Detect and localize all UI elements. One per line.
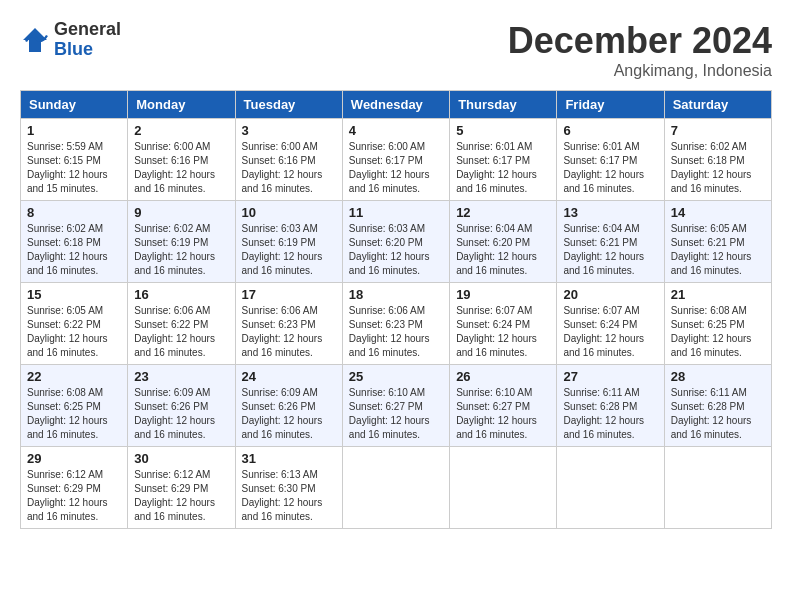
day-info: Sunrise: 6:02 AM Sunset: 6:18 PM Dayligh…: [671, 140, 765, 196]
month-title: December 2024: [508, 20, 772, 62]
day-number: 19: [456, 287, 550, 302]
logo-text: General Blue: [54, 20, 121, 60]
location: Angkimang, Indonesia: [508, 62, 772, 80]
day-info: Sunrise: 6:10 AM Sunset: 6:27 PM Dayligh…: [456, 386, 550, 442]
day-info: Sunrise: 6:09 AM Sunset: 6:26 PM Dayligh…: [134, 386, 228, 442]
day-number: 18: [349, 287, 443, 302]
day-number: 8: [27, 205, 121, 220]
day-info: Sunrise: 6:01 AM Sunset: 6:17 PM Dayligh…: [456, 140, 550, 196]
day-number: 22: [27, 369, 121, 384]
logo: General Blue: [20, 20, 121, 60]
day-info: Sunrise: 6:02 AM Sunset: 6:18 PM Dayligh…: [27, 222, 121, 278]
calendar-cell: 10 Sunrise: 6:03 AM Sunset: 6:19 PM Dayl…: [235, 201, 342, 283]
calendar-cell: 16 Sunrise: 6:06 AM Sunset: 6:22 PM Dayl…: [128, 283, 235, 365]
day-number: 2: [134, 123, 228, 138]
logo-general: General: [54, 19, 121, 39]
column-header-wednesday: Wednesday: [342, 91, 449, 119]
calendar-cell: [342, 447, 449, 529]
day-info: Sunrise: 6:08 AM Sunset: 6:25 PM Dayligh…: [671, 304, 765, 360]
day-info: Sunrise: 6:04 AM Sunset: 6:20 PM Dayligh…: [456, 222, 550, 278]
calendar-cell: 21 Sunrise: 6:08 AM Sunset: 6:25 PM Dayl…: [664, 283, 771, 365]
day-number: 28: [671, 369, 765, 384]
day-info: Sunrise: 6:10 AM Sunset: 6:27 PM Dayligh…: [349, 386, 443, 442]
calendar-cell: 12 Sunrise: 6:04 AM Sunset: 6:20 PM Dayl…: [450, 201, 557, 283]
logo-blue: Blue: [54, 39, 93, 59]
day-number: 9: [134, 205, 228, 220]
calendar-cell: 19 Sunrise: 6:07 AM Sunset: 6:24 PM Dayl…: [450, 283, 557, 365]
day-info: Sunrise: 6:00 AM Sunset: 6:16 PM Dayligh…: [242, 140, 336, 196]
day-info: Sunrise: 6:02 AM Sunset: 6:19 PM Dayligh…: [134, 222, 228, 278]
day-number: 30: [134, 451, 228, 466]
calendar-cell: 7 Sunrise: 6:02 AM Sunset: 6:18 PM Dayli…: [664, 119, 771, 201]
calendar-cell: 9 Sunrise: 6:02 AM Sunset: 6:19 PM Dayli…: [128, 201, 235, 283]
calendar-cell: 28 Sunrise: 6:11 AM Sunset: 6:28 PM Dayl…: [664, 365, 771, 447]
calendar-cell: 22 Sunrise: 6:08 AM Sunset: 6:25 PM Dayl…: [21, 365, 128, 447]
day-info: Sunrise: 6:09 AM Sunset: 6:26 PM Dayligh…: [242, 386, 336, 442]
calendar-cell: 20 Sunrise: 6:07 AM Sunset: 6:24 PM Dayl…: [557, 283, 664, 365]
calendar-cell: 26 Sunrise: 6:10 AM Sunset: 6:27 PM Dayl…: [450, 365, 557, 447]
calendar-cell: [450, 447, 557, 529]
calendar-cell: 18 Sunrise: 6:06 AM Sunset: 6:23 PM Dayl…: [342, 283, 449, 365]
column-header-tuesday: Tuesday: [235, 91, 342, 119]
calendar-cell: 24 Sunrise: 6:09 AM Sunset: 6:26 PM Dayl…: [235, 365, 342, 447]
day-info: Sunrise: 6:11 AM Sunset: 6:28 PM Dayligh…: [563, 386, 657, 442]
day-number: 7: [671, 123, 765, 138]
day-info: Sunrise: 6:04 AM Sunset: 6:21 PM Dayligh…: [563, 222, 657, 278]
day-info: Sunrise: 6:03 AM Sunset: 6:19 PM Dayligh…: [242, 222, 336, 278]
day-info: Sunrise: 6:13 AM Sunset: 6:30 PM Dayligh…: [242, 468, 336, 524]
calendar-cell: 5 Sunrise: 6:01 AM Sunset: 6:17 PM Dayli…: [450, 119, 557, 201]
calendar-cell: 25 Sunrise: 6:10 AM Sunset: 6:27 PM Dayl…: [342, 365, 449, 447]
day-number: 24: [242, 369, 336, 384]
calendar-cell: [557, 447, 664, 529]
day-number: 26: [456, 369, 550, 384]
day-number: 13: [563, 205, 657, 220]
day-number: 10: [242, 205, 336, 220]
day-info: Sunrise: 6:08 AM Sunset: 6:25 PM Dayligh…: [27, 386, 121, 442]
calendar-cell: 30 Sunrise: 6:12 AM Sunset: 6:29 PM Dayl…: [128, 447, 235, 529]
day-info: Sunrise: 6:06 AM Sunset: 6:23 PM Dayligh…: [349, 304, 443, 360]
day-number: 27: [563, 369, 657, 384]
day-number: 4: [349, 123, 443, 138]
day-number: 31: [242, 451, 336, 466]
day-number: 5: [456, 123, 550, 138]
logo-icon: [20, 25, 50, 55]
day-info: Sunrise: 6:06 AM Sunset: 6:22 PM Dayligh…: [134, 304, 228, 360]
calendar-cell: 17 Sunrise: 6:06 AM Sunset: 6:23 PM Dayl…: [235, 283, 342, 365]
day-number: 20: [563, 287, 657, 302]
calendar-cell: 6 Sunrise: 6:01 AM Sunset: 6:17 PM Dayli…: [557, 119, 664, 201]
calendar-cell: [664, 447, 771, 529]
calendar-cell: 23 Sunrise: 6:09 AM Sunset: 6:26 PM Dayl…: [128, 365, 235, 447]
page-header: General Blue December 2024 Angkimang, In…: [20, 20, 772, 80]
calendar-cell: 27 Sunrise: 6:11 AM Sunset: 6:28 PM Dayl…: [557, 365, 664, 447]
calendar-cell: 3 Sunrise: 6:00 AM Sunset: 6:16 PM Dayli…: [235, 119, 342, 201]
day-number: 14: [671, 205, 765, 220]
calendar-cell: 11 Sunrise: 6:03 AM Sunset: 6:20 PM Dayl…: [342, 201, 449, 283]
day-info: Sunrise: 6:01 AM Sunset: 6:17 PM Dayligh…: [563, 140, 657, 196]
day-info: Sunrise: 6:00 AM Sunset: 6:17 PM Dayligh…: [349, 140, 443, 196]
day-number: 12: [456, 205, 550, 220]
day-info: Sunrise: 6:00 AM Sunset: 6:16 PM Dayligh…: [134, 140, 228, 196]
day-number: 29: [27, 451, 121, 466]
day-number: 15: [27, 287, 121, 302]
calendar-cell: 8 Sunrise: 6:02 AM Sunset: 6:18 PM Dayli…: [21, 201, 128, 283]
column-header-saturday: Saturday: [664, 91, 771, 119]
calendar-cell: 13 Sunrise: 6:04 AM Sunset: 6:21 PM Dayl…: [557, 201, 664, 283]
day-number: 23: [134, 369, 228, 384]
day-info: Sunrise: 6:03 AM Sunset: 6:20 PM Dayligh…: [349, 222, 443, 278]
day-number: 16: [134, 287, 228, 302]
day-number: 25: [349, 369, 443, 384]
column-header-thursday: Thursday: [450, 91, 557, 119]
day-info: Sunrise: 6:07 AM Sunset: 6:24 PM Dayligh…: [563, 304, 657, 360]
day-number: 1: [27, 123, 121, 138]
day-number: 21: [671, 287, 765, 302]
calendar-cell: 29 Sunrise: 6:12 AM Sunset: 6:29 PM Dayl…: [21, 447, 128, 529]
day-info: Sunrise: 6:05 AM Sunset: 6:22 PM Dayligh…: [27, 304, 121, 360]
day-info: Sunrise: 6:11 AM Sunset: 6:28 PM Dayligh…: [671, 386, 765, 442]
day-info: Sunrise: 6:07 AM Sunset: 6:24 PM Dayligh…: [456, 304, 550, 360]
day-number: 3: [242, 123, 336, 138]
column-header-monday: Monday: [128, 91, 235, 119]
title-block: December 2024 Angkimang, Indonesia: [508, 20, 772, 80]
day-info: Sunrise: 6:06 AM Sunset: 6:23 PM Dayligh…: [242, 304, 336, 360]
calendar-cell: 2 Sunrise: 6:00 AM Sunset: 6:16 PM Dayli…: [128, 119, 235, 201]
calendar-table: SundayMondayTuesdayWednesdayThursdayFrid…: [20, 90, 772, 529]
